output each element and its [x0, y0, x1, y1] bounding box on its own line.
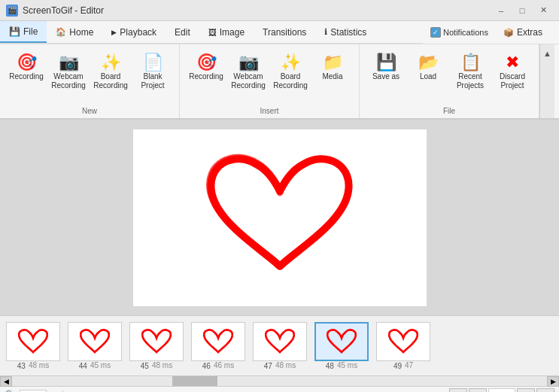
zoom-input[interactable] — [20, 390, 47, 393]
frame-44[interactable]: 44 45 ms — [65, 322, 125, 370]
filmstrip-scrollbar: ◀ ▶ — [0, 375, 559, 386]
ribbon-group-insert: 🎯 Recording 📷 WebcamRecording ✨ BoardRec… — [180, 44, 360, 118]
ribbon-group-new: 🎯 Recording 📷 WebcamRecording ✨ BoardRec… — [0, 44, 180, 118]
recent-icon: 📋 — [460, 54, 481, 71]
frame-45[interactable]: 45 48 ms — [126, 322, 187, 370]
close-button[interactable]: ✕ — [533, 3, 553, 18]
frame-48[interactable]: 48 45 ms — [311, 322, 372, 370]
heart-drawing — [197, 142, 363, 293]
maximize-button[interactable]: □ — [512, 3, 532, 18]
ribbon-collapse-button[interactable]: ▲ — [539, 44, 554, 118]
tab-edit[interactable]: Edit — [166, 21, 199, 43]
insert-webcam-button[interactable]: 📷 WebcamRecording — [228, 50, 269, 94]
load-icon: 📂 — [418, 54, 439, 71]
ribbon-group-file: 💾 Save as 📂 Load 📋 RecentProjects ✖ Disc… — [360, 44, 539, 118]
insert-webcam-icon: 📷 — [238, 54, 259, 71]
notifications-checkbox: ✓ — [430, 27, 441, 38]
statusbar: 🔍 % 66 1 48 |◀ ◀ ▶ ▶| — [0, 386, 559, 392]
save-as-icon: 💾 — [376, 54, 396, 71]
media-button[interactable]: 📁 Media — [312, 50, 353, 85]
filmstrip: 43 48 ms 44 45 ms 45 48 ms — [0, 316, 559, 375]
nav-last-button[interactable]: ▶| — [536, 388, 554, 393]
insert-recording-button[interactable]: 🎯 Recording — [186, 50, 226, 85]
app-icon: 🎬 — [6, 5, 18, 17]
menu-bar: 💾 File 🏠 Home ▶ Playback Edit 🖼 Image Tr… — [0, 21, 423, 44]
tab-statistics[interactable]: ℹ Statistics — [315, 21, 375, 43]
webcam-icon: 📷 — [59, 54, 79, 71]
tab-home[interactable]: 🏠 Home — [47, 21, 102, 43]
info-icon: ℹ — [324, 27, 327, 37]
blank-project-button[interactable]: 📄 BlankProject — [132, 50, 173, 94]
nav-next-button[interactable]: ▶ — [517, 388, 535, 393]
filmstrip-container: 43 48 ms 44 45 ms 45 48 ms — [0, 315, 559, 375]
window-controls: – □ ✕ — [491, 3, 553, 18]
scroll-right-button[interactable]: ▶ — [547, 376, 559, 387]
tab-transitions[interactable]: Transitions — [254, 21, 315, 43]
save-as-button[interactable]: 💾 Save as — [366, 50, 406, 85]
titlebar: 🎬 ScreenToGif - Editor – □ ✕ — [0, 0, 559, 21]
minimize-button[interactable]: – — [491, 3, 511, 18]
app-title: ScreenToGif - Editor — [23, 5, 104, 16]
frame-46[interactable]: 46 46 ms — [188, 322, 248, 370]
nav-prev-button[interactable]: ◀ — [469, 388, 487, 393]
notifications-toggle[interactable]: ✓ Notifications — [430, 27, 488, 38]
frame-47[interactable]: 47 48 ms — [250, 322, 310, 370]
tab-file[interactable]: 💾 File — [0, 21, 47, 43]
blank-icon: 📄 — [143, 54, 163, 71]
frame-49[interactable]: 49 47 — [373, 322, 433, 370]
recording-icon: 🎯 — [17, 54, 37, 71]
tab-playback[interactable]: ▶ Playback — [102, 21, 166, 43]
canvas-area — [0, 120, 559, 315]
insert-board-icon: ✨ — [281, 54, 301, 71]
recent-projects-button[interactable]: 📋 RecentProjects — [450, 50, 491, 94]
nav-arrows: |◀ ◀ ▶ ▶| — [449, 388, 554, 393]
board-recording-button[interactable]: ✨ BoardRecording — [90, 50, 131, 94]
frame-43[interactable]: 43 48 ms — [3, 322, 63, 370]
frame-input[interactable] — [488, 388, 515, 393]
insert-recording-icon: 🎯 — [196, 54, 217, 71]
playback-icon: ▶ — [111, 29, 117, 36]
titlebar-left: 🎬 ScreenToGif - Editor — [6, 5, 104, 17]
insert-board-button[interactable]: ✨ BoardRecording — [270, 50, 311, 94]
discard-project-button[interactable]: ✖ DiscardProject — [492, 50, 533, 94]
load-button[interactable]: 📂 Load — [408, 50, 448, 85]
nav-first-button[interactable]: |◀ — [449, 388, 467, 393]
discard-icon: ✖ — [506, 54, 519, 71]
image-icon: 🖼 — [208, 28, 217, 37]
tab-extras[interactable]: 📦 Extras — [494, 27, 551, 38]
canvas-frame — [133, 129, 427, 306]
board-icon: ✨ — [101, 54, 121, 71]
home-icon: 🏠 — [56, 27, 66, 37]
scroll-track[interactable] — [12, 376, 547, 386]
recording-button[interactable]: 🎯 Recording — [6, 50, 47, 85]
scroll-thumb[interactable] — [172, 376, 217, 386]
tab-image[interactable]: 🖼 Image — [199, 21, 254, 43]
extras-icon: 📦 — [503, 28, 514, 38]
webcam-recording-button[interactable]: 📷 WebcamRecording — [48, 50, 89, 94]
file-icon: 💾 — [9, 26, 20, 37]
media-icon: 📁 — [323, 54, 343, 71]
scroll-left-button[interactable]: ◀ — [0, 376, 12, 387]
